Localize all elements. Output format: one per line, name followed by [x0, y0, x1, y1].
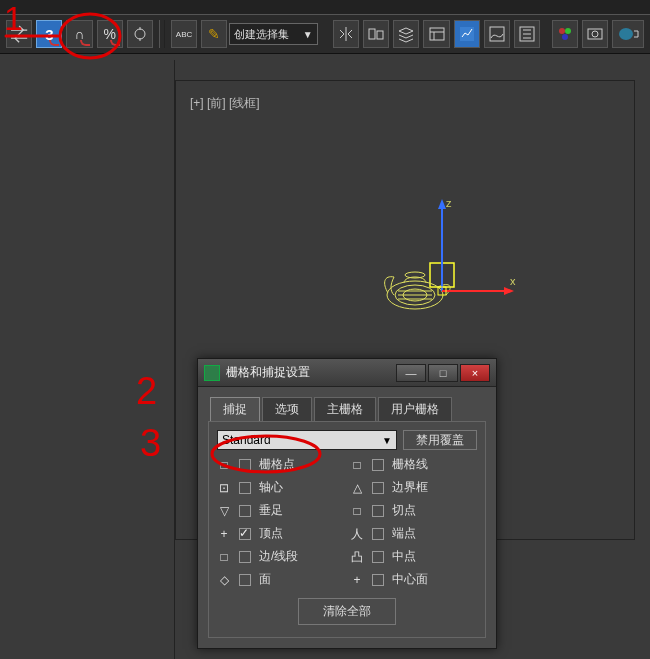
- tangent-checkbox[interactable]: [372, 505, 384, 517]
- svg-marker-19: [438, 199, 446, 209]
- curve-editor-button[interactable]: [484, 20, 510, 48]
- grid-point-label: 栅格点: [259, 456, 344, 473]
- dialog-titlebar[interactable]: 栅格和捕捉设置 — □ ×: [198, 359, 496, 387]
- svg-point-8: [565, 28, 571, 34]
- dialog-icon: [204, 365, 220, 381]
- snap-arc-icon: [49, 40, 59, 46]
- angle-snap-toggle[interactable]: ∩: [66, 20, 92, 48]
- endpoint-label: 端点: [392, 525, 477, 542]
- grid-line-icon: □: [350, 458, 364, 472]
- svg-point-9: [562, 34, 568, 40]
- mirror-button[interactable]: [333, 20, 359, 48]
- grid-line-checkbox[interactable]: [372, 459, 384, 471]
- grid-point-checkbox[interactable]: [239, 459, 251, 471]
- center-face-label: 中心面: [392, 571, 477, 588]
- endpoint-checkbox[interactable]: [372, 528, 384, 540]
- svg-point-0: [135, 29, 145, 39]
- clear-all-button[interactable]: 清除全部: [298, 598, 396, 625]
- grid-line-label: 栅格线: [392, 456, 477, 473]
- window-minimize-button[interactable]: —: [396, 364, 426, 382]
- svg-point-11: [592, 31, 598, 37]
- perp-icon: ▽: [217, 504, 231, 518]
- edge-icon: □: [217, 550, 231, 564]
- snap-arc-icon: [80, 40, 90, 46]
- pivot-icon: ⊡: [217, 481, 231, 495]
- center-face-icon: +: [350, 573, 364, 587]
- midpoint-icon: 凸: [350, 550, 364, 564]
- override-set-value: Standard: [222, 433, 271, 447]
- vertex-label: 顶点: [259, 525, 344, 542]
- svg-rect-5: [490, 27, 504, 41]
- graph-editors-button[interactable]: [454, 20, 480, 48]
- svg-marker-21: [504, 287, 514, 295]
- vertex-checkbox[interactable]: [239, 528, 251, 540]
- dropdown-arrow-icon: ▼: [303, 29, 313, 40]
- perp-label: 垂足: [259, 502, 344, 519]
- midpoint-label: 中点: [392, 548, 477, 565]
- bbox-label: 边界框: [392, 479, 477, 496]
- override-set-dropdown[interactable]: Standard ▼: [217, 430, 397, 450]
- spinner-snap-toggle[interactable]: [127, 20, 153, 48]
- snap-toggle-3d[interactable]: 3: [36, 20, 62, 48]
- tab-snap[interactable]: 捕捉: [210, 397, 260, 421]
- schematic-view-button[interactable]: [514, 20, 540, 48]
- tab-options[interactable]: 选项: [262, 397, 312, 421]
- tab-user-grid[interactable]: 用户栅格: [378, 397, 452, 421]
- dialog-title: 栅格和捕捉设置: [226, 364, 396, 381]
- pivot-label: 轴心: [259, 479, 344, 496]
- render-setup-button[interactable]: [582, 20, 608, 48]
- face-checkbox[interactable]: [239, 574, 251, 586]
- endpoint-icon: 人: [350, 527, 364, 541]
- snap-tab-panel: Standard ▼ 禁用覆盖 □ 栅格点 □ 栅格线 ⊡ 轴心 △ 边界框: [208, 421, 486, 638]
- bbox-icon: △: [350, 481, 364, 495]
- window-maximize-button[interactable]: □: [428, 364, 458, 382]
- axis-x-label: x: [510, 275, 516, 287]
- dialog-tabs: 捕捉 选项 主栅格 用户栅格: [208, 393, 486, 421]
- face-label: 面: [259, 571, 344, 588]
- window-close-button[interactable]: ×: [460, 364, 490, 382]
- svg-point-7: [559, 28, 565, 34]
- pivot-checkbox[interactable]: [239, 482, 251, 494]
- toolbar-separator: [159, 20, 165, 48]
- pencil-icon: ✎: [208, 26, 220, 42]
- percent-snap-toggle[interactable]: %: [97, 20, 123, 48]
- svg-rect-1: [369, 29, 375, 39]
- center-face-checkbox[interactable]: [372, 574, 384, 586]
- spinner-button[interactable]: [6, 20, 32, 48]
- edge-label: 边/线段: [259, 548, 344, 565]
- tab-home-grid[interactable]: 主栅格: [314, 397, 376, 421]
- material-editor-button[interactable]: [552, 20, 578, 48]
- vertex-icon: +: [217, 527, 231, 541]
- layer-manager-button[interactable]: [423, 20, 449, 48]
- bbox-checkbox[interactable]: [372, 482, 384, 494]
- svg-rect-2: [377, 31, 383, 39]
- tangent-icon: □: [350, 504, 364, 518]
- grid-and-snap-settings-dialog: 栅格和捕捉设置 — □ × 捕捉 选项 主栅格 用户栅格 Standard ▼ …: [197, 358, 497, 649]
- render-button[interactable]: [612, 20, 644, 48]
- teapot-gizmo: z x: [380, 195, 520, 325]
- edge-checkbox[interactable]: [239, 551, 251, 563]
- grid-point-icon: □: [217, 458, 231, 472]
- svg-point-12: [619, 28, 633, 40]
- dropdown-arrow-icon: ▼: [382, 435, 392, 446]
- selection-set-label: 创建选择集: [234, 27, 289, 42]
- selection-set-dropdown[interactable]: 创建选择集 ▼: [229, 23, 317, 45]
- align-button[interactable]: [363, 20, 389, 48]
- midpoint-checkbox[interactable]: [372, 551, 384, 563]
- viewport-label[interactable]: [+] [前] [线框]: [190, 95, 260, 112]
- abc-button[interactable]: ABC: [171, 20, 197, 48]
- left-panel: [0, 60, 175, 659]
- snap-arc-icon: [110, 40, 120, 46]
- layers-button[interactable]: [393, 20, 419, 48]
- perp-checkbox[interactable]: [239, 505, 251, 517]
- svg-rect-3: [430, 28, 444, 40]
- axis-z-label: z: [446, 197, 452, 209]
- tangent-label: 切点: [392, 502, 477, 519]
- edit-named-selection[interactable]: ✎: [201, 20, 227, 48]
- disable-override-button[interactable]: 禁用覆盖: [403, 430, 477, 450]
- face-icon: ◇: [217, 573, 231, 587]
- snap-options-grid: □ 栅格点 □ 栅格线 ⊡ 轴心 △ 边界框 ▽ 垂足 □ 切点: [217, 456, 477, 588]
- main-toolbar: 3 ∩ % ABC ✎ 创建选择集 ▼: [0, 14, 650, 54]
